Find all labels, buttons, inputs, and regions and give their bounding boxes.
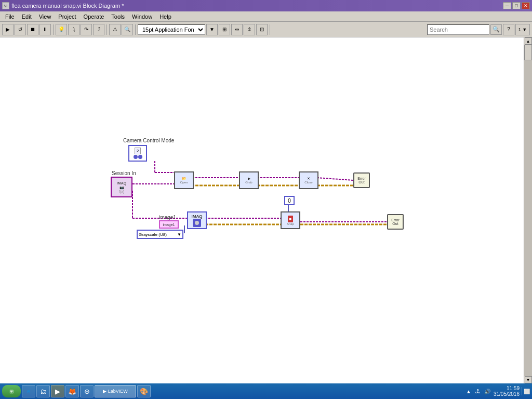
menu-tools[interactable]: Tools	[108, 12, 128, 21]
titlebar-left: VI flea camera manual snap.vi Block Diag…	[2, 2, 124, 9]
taskbar-clock: 11:59 31/05/2016	[494, 385, 520, 397]
run-button[interactable]: ▶	[2, 24, 14, 35]
image1-label: image1	[159, 214, 176, 220]
separator-1	[53, 24, 54, 35]
taskbar-media[interactable]: ▶	[51, 385, 64, 397]
menu-help[interactable]: Help	[156, 12, 175, 21]
image1-control[interactable]: image1	[159, 220, 179, 229]
resize-btn[interactable]: ⇕	[244, 24, 255, 35]
page-indicator: 1 ▼	[515, 24, 530, 35]
font-dropdown-btn[interactable]: ▼	[206, 24, 218, 35]
maximize-button[interactable]: □	[512, 2, 521, 9]
minimize-button[interactable]: ─	[503, 2, 511, 9]
tray-network-icon[interactable]: 🖧	[474, 387, 482, 395]
titlebar-controls: ─ □ ✕	[503, 2, 530, 9]
titlebar-title: flea camera manual snap.vi Block Diagram…	[11, 3, 124, 9]
imaqdx-grab-node[interactable]: ▶ Grab	[239, 171, 259, 189]
menu-project[interactable]: Project	[55, 12, 79, 21]
find-button[interactable]: 🔍	[122, 24, 133, 35]
menu-edit[interactable]: Edit	[19, 12, 35, 21]
imaq-node-bottom[interactable]: IMAQ	[187, 211, 207, 229]
menu-operate[interactable]: Operate	[81, 12, 108, 21]
menu-file[interactable]: File	[2, 12, 18, 21]
taskbar: ⊞ e 🗂 ▶ 🦊 ⊕ ▶ LabVIEW 🎨 ▲ 🖧 🔊 11:59 31/0…	[0, 383, 532, 399]
camera-control-label: Camera Control Mode	[123, 137, 174, 143]
scrollbar-right[interactable]: ▲ ▼	[524, 37, 532, 383]
search-input[interactable]	[427, 24, 489, 35]
titlebar: VI flea camera manual snap.vi Block Diag…	[0, 0, 532, 11]
date-display: 31/05/2016	[494, 391, 520, 397]
main-area: Camera Control Mode 2 Session In IMAQ 📷 …	[0, 37, 532, 383]
session-in-label: Session In	[112, 170, 136, 176]
taskbar-paint[interactable]: 🎨	[137, 385, 151, 397]
zero-constant[interactable]: 0	[284, 196, 295, 205]
abort-button[interactable]: ⏹	[27, 24, 38, 35]
menu-view[interactable]: View	[36, 12, 55, 21]
grayscale-dropdown[interactable]: Grayscale (U8) ▼	[137, 230, 183, 239]
canvas-area[interactable]: Camera Control Mode 2 Session In IMAQ 📷 …	[0, 37, 524, 383]
taskbar-folder[interactable]: 🗂	[36, 385, 50, 397]
tray-hide-icon[interactable]: ▲	[464, 387, 473, 395]
reorder-btn[interactable]: ⊡	[256, 24, 268, 35]
app-icon: VI	[2, 2, 9, 9]
time-display: 11:59	[494, 385, 520, 391]
error-out-2[interactable]: ErrorOut	[387, 214, 404, 230]
font-select[interactable]: 15pt Application Font	[138, 24, 205, 35]
scroll-track-right[interactable]	[524, 45, 532, 376]
system-tray: ▲ 🖧 🔊	[464, 387, 491, 395]
warn-button[interactable]: ⚠	[109, 24, 121, 35]
wire-canvas	[0, 37, 524, 383]
taskbar-ie[interactable]: e	[22, 385, 35, 397]
scroll-down-button[interactable]: ▼	[525, 376, 532, 383]
pause-button[interactable]: ⏸	[39, 24, 51, 35]
step-into-button[interactable]: ⤵	[68, 24, 79, 35]
taskbar-firefox[interactable]: 🦊	[65, 385, 79, 397]
tray-volume-icon[interactable]: 🔊	[483, 387, 491, 395]
run-continuously-button[interactable]: ↺	[15, 24, 26, 35]
imaqdx-open-node[interactable]: 📂 Open	[174, 171, 194, 189]
menubar: File Edit View Project Operate Tools Win…	[0, 11, 532, 22]
camera-control-mode-control[interactable]: 2	[128, 145, 147, 162]
scroll-up-button[interactable]: ▲	[525, 37, 532, 45]
separator-3	[135, 24, 136, 35]
taskbar-labview[interactable]: ▶ LabVIEW	[95, 385, 136, 397]
svg-line-3	[317, 178, 353, 180]
imaqdx-snap-node[interactable]: ■ Snap	[281, 211, 300, 229]
imaq-create-node[interactable]: IMAQ 📷 f(x)	[111, 177, 132, 197]
highlight-button[interactable]: 💡	[56, 24, 67, 35]
imaqdx-close-node[interactable]: ✕ Close	[299, 171, 318, 189]
scroll-thumb-right[interactable]	[524, 45, 532, 60]
separator-4	[270, 24, 270, 35]
distribute-btn[interactable]: ⇔	[231, 24, 243, 35]
start-button[interactable]: ⊞	[2, 385, 21, 397]
separator-2	[107, 24, 107, 35]
menu-window[interactable]: Window	[129, 12, 155, 21]
show-desktop-button[interactable]: ⬜	[522, 387, 530, 395]
help-button[interactable]: ?	[503, 24, 514, 35]
step-out-button[interactable]: ⤴	[93, 24, 104, 35]
error-out-1[interactable]: ErrorOut	[353, 172, 370, 188]
taskbar-right: ▲ 🖧 🔊 11:59 31/05/2016 ⬜	[464, 385, 530, 397]
taskbar-chrome[interactable]: ⊕	[80, 385, 94, 397]
close-button[interactable]: ✕	[522, 2, 530, 9]
step-over-button[interactable]: ↷	[81, 24, 92, 35]
align-btn[interactable]: ⊞	[219, 24, 230, 35]
search-button[interactable]: 🔍	[490, 24, 502, 35]
toolbar: ▶ ↺ ⏹ ⏸ 💡 ⤵ ↷ ⤴ ⚠ 🔍 15pt Application Fon…	[0, 22, 532, 37]
